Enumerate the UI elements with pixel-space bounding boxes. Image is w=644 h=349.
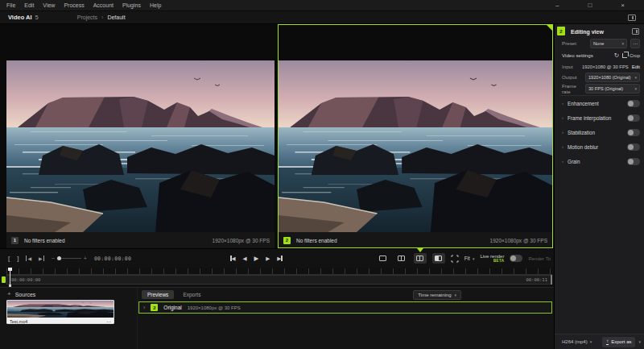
chevron-down-icon: ▾ — [634, 75, 637, 80]
playhead[interactable] — [10, 268, 10, 286]
menu-plugins[interactable]: Plugins — [122, 2, 141, 8]
crop-button[interactable]: Crop — [622, 53, 640, 58]
go-to-in-icon[interactable]: ◀ — [26, 256, 31, 261]
bottom-panel: + Sources — [0, 287, 554, 349]
menu-process[interactable]: Process — [64, 2, 84, 8]
timeline-duration: 00:00:11 — [526, 277, 548, 282]
chevron-down-icon: ▾ — [634, 86, 637, 91]
pane-number-badge: 1 — [11, 237, 19, 244]
preview-list-row[interactable]: › 2 Original 1920×1080px @ 30 FPS — [138, 301, 552, 314]
chevron-down-icon: ▾ — [621, 41, 624, 46]
editing-panel: 2 Editing view Preset None ▾ ⋯ Video set… — [554, 24, 644, 349]
window-maximize-icon[interactable]: □ — [588, 0, 592, 11]
app-title: Video AI — [8, 14, 32, 21]
breadcrumb-current[interactable]: Default — [107, 15, 125, 20]
video-preview-right[interactable] — [279, 60, 552, 232]
chevron-down-icon[interactable]: ▾ — [638, 339, 641, 344]
timeline-zoom-slider[interactable]: − + — [52, 256, 87, 261]
set-in-point-button[interactable]: [ — [8, 255, 10, 262]
right-panel-toggle-icon[interactable] — [628, 15, 636, 21]
title-bar: Video AI 5 Projects › Default — [0, 11, 644, 24]
chevron-right-icon: › — [562, 130, 564, 135]
timeline-end-handle[interactable] — [551, 275, 552, 285]
rotate-icon[interactable]: ↻ — [614, 52, 619, 59]
filter-section-enhancement[interactable]: › Enhancement — [555, 98, 644, 109]
clip-color-chip — [2, 276, 6, 283]
single-view-icon[interactable] — [377, 253, 390, 264]
enhancement-toggle[interactable] — [627, 100, 640, 107]
timeline-start-time: 00:00:00:00 — [11, 277, 40, 282]
timeline[interactable]: 00:00:00:00 00:00:11 — [0, 268, 554, 287]
slider-knob[interactable] — [57, 256, 61, 260]
filter-section-frame-interpolation[interactable]: › Frame interpolation — [555, 112, 644, 123]
breadcrumb-projects[interactable]: Projects — [77, 15, 97, 20]
sources-label: Sources — [15, 292, 36, 297]
menu-view[interactable]: View — [43, 2, 55, 8]
comparison-view-icon[interactable] — [432, 253, 445, 264]
divider — [137, 288, 138, 349]
preset-more-button[interactable]: ⋯ — [630, 39, 640, 48]
time-remaining-dropdown[interactable]: Time remaining ▾ — [413, 290, 461, 300]
chevron-right-icon[interactable]: › — [143, 305, 145, 310]
tab-exports[interactable]: Exports — [177, 290, 206, 299]
grain-toggle[interactable] — [627, 158, 640, 165]
tab-previews[interactable]: Previews — [142, 290, 174, 299]
mountain-scene-image — [6, 60, 275, 232]
live-render-toggle[interactable] — [510, 255, 522, 262]
chevron-right-icon: › — [562, 159, 564, 164]
timeline-track[interactable]: 00:00:00:00 00:00:11 — [6, 275, 552, 285]
play-icon[interactable]: ▶ — [254, 255, 259, 262]
breadcrumb: Projects › Default — [77, 15, 126, 20]
filter-section-grain[interactable]: › Grain — [555, 156, 644, 167]
live-render-label-group: Live render BETA — [480, 254, 504, 264]
breadcrumb-separator: › — [101, 15, 103, 20]
frame-rate-select[interactable]: 30 FPS (Original) ▾ — [585, 84, 640, 93]
step-forward-icon[interactable]: ▶ — [266, 256, 270, 262]
chevron-right-icon: › — [562, 144, 564, 149]
split-view-icon[interactable] — [395, 253, 408, 264]
pane-footer-right: 2 No filters enabled 1920×1080px @ 30 FP… — [279, 232, 552, 248]
export-as-button[interactable]: ↑ Export as — [602, 337, 635, 347]
window-minimize-icon[interactable]: – — [555, 0, 559, 11]
video-settings-label: Video settings — [562, 52, 593, 58]
input-label: Input — [562, 64, 573, 69]
step-back-icon[interactable]: ◀ — [243, 256, 247, 262]
add-source-icon[interactable]: + — [7, 291, 11, 297]
skip-start-icon[interactable]: ◀ — [230, 256, 236, 262]
filter-section-motion-deblur[interactable]: › Motion deblur — [555, 141, 644, 152]
stabilization-toggle[interactable] — [627, 129, 640, 136]
mountain-scene-image — [279, 60, 552, 232]
preset-select[interactable]: None ▾ — [590, 39, 627, 48]
menu-help[interactable]: Help — [150, 2, 161, 8]
pane-number-badge: 2 — [283, 237, 291, 244]
output-select[interactable]: 1920×1080 (Original) ▾ — [585, 73, 640, 82]
window-close-icon[interactable]: × — [621, 0, 625, 11]
skip-end-icon[interactable]: ▶ — [277, 256, 283, 262]
more-icon[interactable]: ⋯ — [106, 318, 111, 324]
render-to-button[interactable]: Render To — [528, 256, 551, 261]
fullscreen-icon[interactable] — [451, 255, 459, 263]
source-card[interactable]: Test.mp4 ⋯ — [6, 300, 114, 324]
go-to-out-icon[interactable]: ▶ — [39, 256, 44, 261]
preview-resolution-text: 1920×1080px @ 30 FPS — [188, 305, 241, 310]
video-preview-left[interactable] — [6, 60, 275, 232]
zoom-fit-dropdown[interactable]: Fit ▾ — [464, 256, 475, 261]
frame-interpolation-toggle[interactable] — [627, 114, 640, 122]
motion-deblur-toggle[interactable] — [627, 143, 640, 151]
timeline-ruler[interactable] — [6, 268, 552, 275]
collapse-panel-icon[interactable] — [632, 28, 639, 35]
edit-input-button[interactable]: Edit — [632, 64, 640, 69]
menu-edit[interactable]: Edit — [24, 2, 34, 8]
frame-rate-label: Frame rate — [562, 83, 585, 94]
playback-controls: ◀ ◀ ▶ ▶ ▶ — [230, 255, 283, 262]
divider — [559, 95, 640, 96]
menu-file[interactable]: File — [6, 2, 15, 8]
menu-account[interactable]: Account — [93, 2, 114, 8]
pane-status-text: No filters enabled — [296, 238, 337, 243]
side-by-side-view-icon[interactable] — [414, 253, 427, 264]
export-icon: ↑ — [606, 339, 609, 345]
editing-view-badge: 2 — [557, 27, 565, 35]
set-out-point-button[interactable]: ] — [17, 255, 19, 262]
export-format-dropdown[interactable]: H264 (mp4) ▾ — [562, 339, 592, 344]
filter-section-stabilization[interactable]: › Stabilization — [555, 127, 644, 138]
